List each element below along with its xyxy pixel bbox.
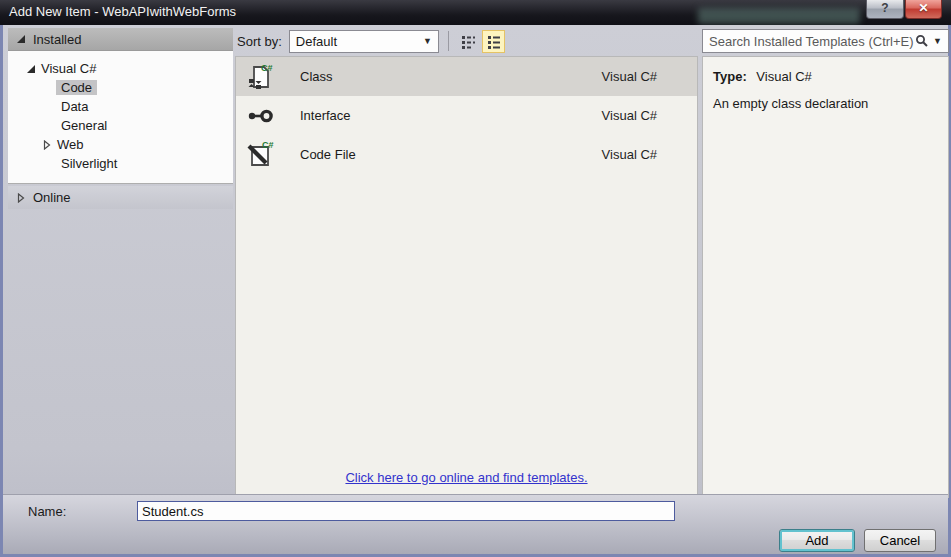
chevron-down-icon[interactable]: ▼	[933, 36, 942, 46]
sort-dropdown-value: Default	[296, 34, 337, 49]
sidebar-item-online[interactable]: Online	[8, 186, 233, 209]
help-button[interactable]: ?	[866, 0, 904, 19]
titlebar[interactable]: Add New Item - WebAPIwithWebForms ? ✕	[0, 0, 951, 25]
class-icon: C#	[244, 61, 276, 93]
category-sidebar: Installed Visual C# Code Data General	[8, 28, 233, 209]
tree-item-label: General	[56, 118, 112, 133]
template-type: Type: Visual C#	[713, 69, 938, 84]
template-row-class[interactable]: C# Class Visual C#	[236, 57, 697, 96]
template-language: Visual C#	[602, 108, 685, 123]
installed-label: Installed	[33, 32, 81, 47]
toolbar-separator	[448, 31, 449, 51]
collapsed-triangle-icon[interactable]	[42, 140, 52, 150]
code-file-icon: C#	[244, 139, 276, 171]
tree-item-data[interactable]: Data	[8, 97, 233, 116]
template-language: Visual C#	[602, 69, 685, 84]
template-name: Interface	[300, 108, 602, 123]
type-value: Visual C#	[756, 69, 811, 84]
template-language: Visual C#	[602, 147, 685, 162]
help-icon: ?	[881, 1, 888, 15]
online-templates-link[interactable]: Click here to go online and find templat…	[345, 470, 587, 485]
window-title: Add New Item - WebAPIwithWebForms	[9, 4, 236, 19]
name-label: Name:	[28, 504, 66, 519]
list-view-icon	[485, 33, 502, 50]
template-list: C# Class Visual C#	[235, 56, 698, 498]
tree-item-label: Silverlight	[56, 156, 122, 171]
name-input[interactable]	[137, 501, 675, 521]
small-icons-view-icon	[460, 33, 477, 50]
list-view-button[interactable]	[482, 30, 505, 53]
search-icon[interactable]	[915, 34, 929, 48]
template-description: An empty class declaration	[713, 96, 938, 111]
close-button[interactable]: ✕	[905, 0, 942, 19]
background-blur-patch	[698, 8, 860, 24]
online-label: Online	[33, 190, 71, 205]
tree-item-silverlight[interactable]: Silverlight	[8, 154, 233, 173]
chevron-down-icon: ▼	[423, 36, 432, 46]
tree-item-visual-csharp[interactable]: Visual C#	[8, 59, 233, 78]
expanded-triangle-icon[interactable]	[26, 64, 36, 74]
sidebar-item-installed[interactable]: Installed	[8, 28, 233, 51]
collapsed-triangle-icon	[16, 193, 26, 203]
footer-bar: Name: Add Cancel	[3, 494, 948, 554]
dialog-body: Installed Visual C# Code Data General	[0, 25, 951, 557]
expanded-triangle-icon	[16, 34, 26, 44]
tree-item-general[interactable]: General	[8, 116, 233, 135]
type-label: Type:	[713, 69, 747, 84]
template-row-code-file[interactable]: C# Code File Visual C#	[236, 135, 697, 174]
search-box[interactable]: ▼	[702, 29, 949, 53]
close-icon: ✕	[918, 1, 928, 15]
svg-text:C#: C#	[261, 63, 273, 73]
online-templates-link-wrap: Click here to go online and find templat…	[236, 470, 697, 485]
template-row-interface[interactable]: Interface Visual C#	[236, 96, 697, 135]
tree-item-web[interactable]: Web	[8, 135, 233, 154]
cancel-button[interactable]: Cancel	[864, 529, 936, 552]
sort-toolbar: Sort by: Default ▼	[237, 29, 505, 53]
template-details-panel: Type: Visual C# An empty class declarati…	[702, 56, 949, 498]
small-icons-view-button[interactable]	[457, 30, 480, 53]
search-input[interactable]	[709, 34, 915, 49]
interface-icon	[244, 100, 276, 132]
category-tree: Visual C# Code Data General Web	[8, 51, 233, 184]
tree-item-label: Visual C#	[36, 61, 101, 76]
sort-by-label: Sort by:	[237, 34, 282, 49]
template-name: Class	[300, 69, 602, 84]
add-button[interactable]: Add	[779, 529, 855, 552]
tree-item-code[interactable]: Code	[8, 78, 233, 97]
sort-dropdown[interactable]: Default ▼	[289, 30, 439, 53]
template-name: Code File	[300, 147, 602, 162]
tree-item-label: Data	[56, 99, 93, 114]
tree-item-label: Web	[52, 137, 89, 152]
add-new-item-dialog: Add New Item - WebAPIwithWebForms ? ✕ In…	[0, 0, 951, 557]
svg-text:C#: C#	[262, 140, 274, 150]
tree-item-label: Code	[56, 80, 97, 95]
